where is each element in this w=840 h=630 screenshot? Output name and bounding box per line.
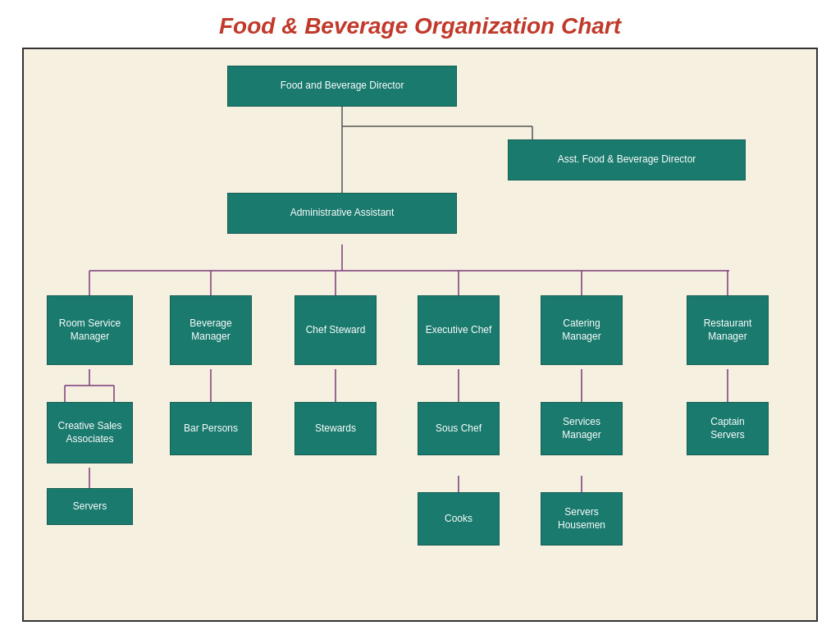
- captain-servers-box: Captain Servers: [687, 402, 769, 455]
- page-title: Food & Beverage Organization Chart: [219, 13, 621, 39]
- catering-manager-box: Catering Manager: [541, 295, 623, 365]
- asst-director-box: Asst. Food & Beverage Director: [508, 139, 746, 180]
- director-box: Food and Beverage Director: [227, 66, 457, 107]
- creative-sales-box: Creative Sales Associates: [47, 402, 133, 463]
- chef-steward-box: Chef Steward: [294, 295, 377, 365]
- admin-box: Administrative Assistant: [227, 193, 457, 234]
- restaurant-manager-box: Restaurant Manager: [687, 295, 769, 365]
- sous-chef-box: Sous Chef: [418, 402, 500, 455]
- chart-container: Food and Beverage Director Asst. Food & …: [22, 48, 818, 622]
- stewards-box: Stewards: [294, 402, 377, 455]
- beverage-manager-box: Beverage Manager: [170, 295, 252, 365]
- servers-housemen-box: Servers Housemen: [541, 492, 623, 546]
- servers-rm-box: Servers: [47, 488, 133, 525]
- services-manager-box: Services Manager: [541, 402, 623, 455]
- executive-chef-box: Executive Chef: [418, 295, 500, 365]
- cooks-box: Cooks: [418, 492, 500, 546]
- room-service-box: Room Service Manager: [47, 295, 133, 365]
- bar-persons-box: Bar Persons: [170, 402, 252, 455]
